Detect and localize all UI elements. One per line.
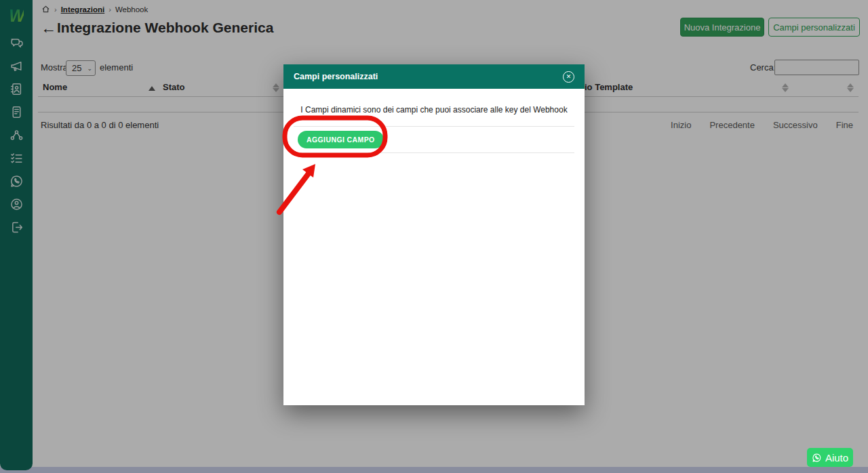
- whatsapp-icon: [812, 453, 822, 463]
- modal-title: Campi personalizzati: [294, 72, 378, 81]
- modal-body: I Campi dinamici sono dei campi che puoi…: [283, 89, 585, 153]
- modal-divider: [294, 152, 574, 153]
- custom-fields-modal: Campi personalizzati ✕ I Campi dinamici …: [283, 64, 585, 405]
- close-icon[interactable]: ✕: [563, 71, 574, 83]
- modal-description: I Campi dinamici sono dei campi che puoi…: [294, 89, 574, 115]
- help-button-label: Aiuto: [825, 452, 848, 464]
- add-field-button[interactable]: AGGIUNGI CAMPO: [298, 131, 384, 148]
- modal-header: Campi personalizzati ✕: [283, 64, 585, 89]
- add-field-row: AGGIUNGI CAMPO: [294, 127, 574, 152]
- help-button[interactable]: Aiuto: [807, 448, 853, 467]
